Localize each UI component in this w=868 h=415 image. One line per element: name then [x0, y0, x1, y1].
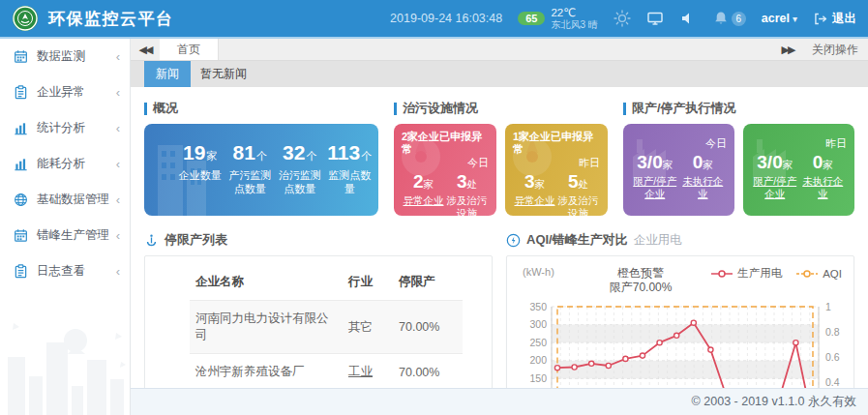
- sidebar-item-2[interactable]: 企业异常‹: [0, 74, 130, 110]
- close-operations-button[interactable]: 关闭操作: [802, 39, 868, 60]
- svg-text:200: 200: [529, 354, 547, 366]
- stat-value: 81个: [227, 141, 274, 163]
- aqi-chart-section: AQI/错峰生产对比 企业用电 (kW-h) 橙色预警 限产70.00% 生产用…: [506, 222, 854, 415]
- svg-text:0.4: 0.4: [825, 376, 840, 388]
- pollution-card-昨日: 1家企业已申报异常昨日3家异常企业5处涉及治污设施: [505, 124, 608, 216]
- logout-button[interactable]: 退出: [813, 11, 856, 27]
- sidebar-item-5[interactable]: 基础数据管理‹: [0, 182, 130, 218]
- news-content: 暂无新闻: [200, 66, 247, 82]
- sidebar-item-7[interactable]: 日志查看‹: [0, 253, 130, 289]
- chart-header: (kW-h) 橙色预警 限产70.00% 生产用电AQI: [507, 256, 853, 295]
- table-row[interactable]: 河南同力电力设计有限公司其它70.00%: [190, 301, 463, 354]
- stat-label-link[interactable]: 限产/停产企业: [631, 175, 679, 200]
- sidebar-item-6[interactable]: 错峰生产管理‹: [0, 218, 130, 253]
- sidebar: 数据监测‹企业异常‹统计分析‹能耗分析‹基础数据管理‹错峰生产管理‹日志查看‹: [0, 39, 131, 415]
- card-headline: 2家企业已申报异常: [402, 131, 489, 156]
- overview-card: 19家企业数量81个产污监测点数量32个治污监测点数量113个监测点数量: [144, 124, 378, 216]
- card-stats: 3/0家限产/停产企业0家未执行企业: [751, 152, 847, 200]
- y-axis-unit-label: (kW-h): [523, 266, 571, 278]
- notification-count-badge: 6: [732, 12, 746, 26]
- sidebar-item-4[interactable]: 能耗分析‹: [0, 146, 130, 182]
- stat-label-link[interactable]: 异常企业: [513, 194, 556, 207]
- aqi-chart-title-text: AQI/错峰生产对比: [526, 231, 628, 249]
- table-row[interactable]: 沧州宇新养殖设备厂工业70.00%: [190, 354, 463, 391]
- svg-text:1: 1: [825, 301, 831, 312]
- sidebar-item-label: 日志查看: [37, 263, 116, 280]
- clipboard-icon: [14, 264, 28, 279]
- card-stat: 0家未执行企业: [679, 152, 728, 200]
- svg-text:0.8: 0.8: [825, 326, 840, 338]
- news-bar: 新闻 暂无新闻: [131, 61, 868, 87]
- aqi-chart-subtitle: 企业用电: [634, 232, 682, 249]
- column-header: 行业: [343, 264, 393, 301]
- calendar-icon: [14, 228, 28, 243]
- calendar-icon: [14, 49, 28, 64]
- legend-marker: [710, 269, 733, 279]
- chevron-left-icon: ‹: [116, 49, 120, 64]
- industry-cell: 其它: [343, 301, 393, 354]
- stat-value: 19家: [177, 141, 224, 163]
- news-badge: 新闻: [144, 61, 191, 87]
- stat-value: 3家: [513, 171, 556, 193]
- overview-stats: 19家企业数量81个产污监测点数量32个治污监测点数量113个监测点数量: [144, 124, 378, 196]
- monitor-icon[interactable]: [646, 10, 664, 27]
- stat-value: 113个: [327, 141, 374, 163]
- stat-unit: 个: [361, 150, 372, 162]
- list-icon: [144, 233, 159, 248]
- card-stat: 3家异常企业: [513, 171, 556, 216]
- app-title: 环保监控云平台: [48, 8, 174, 30]
- limit-list-title: 停限产列表: [144, 231, 493, 249]
- legend-item-生产用电[interactable]: 生产用电: [710, 266, 782, 281]
- stat-label-link[interactable]: 异常企业: [402, 194, 445, 207]
- tabs-scroll-left-button[interactable]: ◀◀: [131, 39, 160, 60]
- stat-value: 3处: [445, 171, 489, 193]
- user-menu[interactable]: acrel ▾: [762, 12, 797, 25]
- tabs-scroll-right-button[interactable]: ▶▶: [773, 39, 802, 60]
- main-area: ◀◀ 首页 ▶▶ 关闭操作 新闻 暂无新闻 概况 19家企业数量81个产污监测点…: [131, 39, 868, 415]
- limit-card-今日: 今日3/0家限产/停产企业0家未执行企业: [623, 124, 734, 216]
- pollution-card-今日: 2家企业已申报异常今日2家异常企业3处涉及治污设施: [394, 124, 496, 216]
- svg-text:350: 350: [529, 301, 547, 312]
- sidebar-item-label: 数据监测: [37, 48, 116, 65]
- card-stats: 3/0家限产/停产企业0家未执行企业: [631, 152, 727, 200]
- tab-spacer: [219, 39, 773, 60]
- limit-list-title-text: 停限产列表: [165, 231, 227, 249]
- stat-label-link[interactable]: 未执行企业: [799, 175, 848, 200]
- pollution-cards: 2家企业已申报异常今日2家异常企业3处涉及治污设施1家企业已申报异常昨日3家异常…: [394, 124, 608, 216]
- legend-label: AQI: [823, 268, 842, 280]
- overview-section: 概况 19家企业数量81个产污监测点数量32个治污监测点数量113个监测点数量: [144, 87, 378, 216]
- svg-text:150: 150: [529, 372, 547, 384]
- column-header: 停限产: [393, 264, 463, 301]
- top-header: 环保监控云平台 2019-09-24 16:03:48 65 22℃ 东北风3 …: [0, 0, 868, 39]
- production-limit-section: 限产/停产执行情况 今日3/0家限产/停产企业0家未执行企业昨日3/0家限产/停…: [623, 87, 854, 216]
- sidebar-item-label: 基础数据管理: [37, 192, 116, 208]
- card-stats: 3家异常企业5处涉及治污设施: [513, 171, 600, 216]
- svg-text:300: 300: [529, 318, 547, 330]
- legend-label: 生产用电: [737, 266, 782, 281]
- legend-item-AQI[interactable]: AQI: [795, 268, 842, 280]
- sidebar-item-3[interactable]: 统计分析‹: [0, 110, 130, 146]
- limit-card-昨日: 昨日3/0家限产/停产企业0家未执行企业: [743, 124, 854, 216]
- stat-label: 企业数量: [177, 168, 224, 182]
- stat-unit: 处: [467, 178, 478, 190]
- speaker-icon[interactable]: [679, 10, 697, 27]
- bar-chart-icon: [14, 157, 28, 171]
- stat-unit: 个: [256, 150, 267, 162]
- industry-cell[interactable]: 工业: [343, 354, 393, 391]
- svg-text:250: 250: [529, 337, 547, 348]
- stat-label: 监测点数量: [327, 168, 374, 196]
- company-name-cell: 沧州宇新养殖设备厂: [190, 354, 343, 391]
- notifications-button[interactable]: 6: [712, 10, 746, 27]
- tab-home[interactable]: 首页: [160, 39, 219, 60]
- overview-stat: 81个产污监测点数量: [227, 141, 274, 196]
- limit-cards: 今日3/0家限产/停产企业0家未执行企业昨日3/0家限产/停产企业0家未执行企业: [623, 124, 854, 216]
- copyright-text: © 2003 - 2019 v1.1.0 永久有效: [692, 394, 856, 410]
- stat-unit: 家: [535, 178, 546, 190]
- sidebar-item-1[interactable]: 数据监测‹: [0, 39, 130, 74]
- stat-label-link[interactable]: 未执行企业: [679, 175, 728, 200]
- stat-label-link[interactable]: 限产/停产企业: [751, 175, 799, 200]
- bolt-circle-icon: [506, 233, 521, 248]
- stat-unit: 个: [306, 150, 316, 162]
- overview-stat: 113个监测点数量: [327, 141, 374, 196]
- chevron-left-icon: ‹: [116, 85, 120, 100]
